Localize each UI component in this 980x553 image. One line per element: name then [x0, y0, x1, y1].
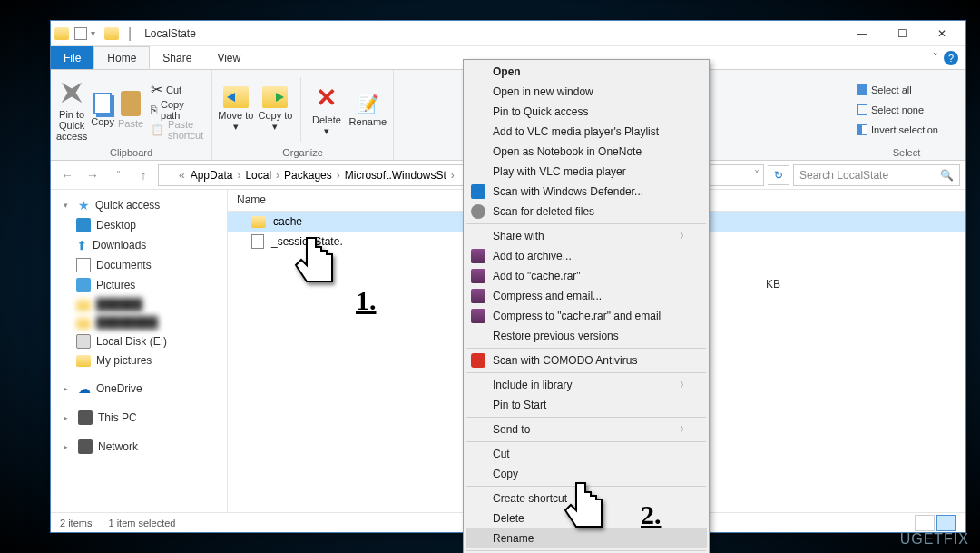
rar-icon — [471, 249, 485, 263]
up-button[interactable]: ↑ — [132, 164, 154, 186]
titlebar: ▾ | LocalState — ☐ ✕ — [51, 21, 965, 46]
ctx-compress-cache[interactable]: Compress to "cache.rar" and email — [466, 306, 707, 326]
folder-icon — [54, 27, 69, 40]
nav-blur-2[interactable]: ████████ — [51, 313, 227, 331]
group-organize: Organize — [218, 147, 387, 158]
file-icon — [251, 234, 264, 249]
ctx-add-archive[interactable]: Add to archive... — [466, 246, 707, 266]
nav-local-disk[interactable]: Local Disk (E:) — [51, 331, 227, 351]
maximize-button[interactable]: ☐ — [882, 21, 922, 46]
nav-blur-1[interactable]: ██████ — [51, 295, 227, 313]
nav-quick-access[interactable]: ▾★Quick access — [51, 195, 227, 215]
ctx-open[interactable]: Open — [466, 62, 707, 82]
tab-share[interactable]: Share — [150, 46, 204, 69]
move-icon — [223, 86, 249, 108]
qat-button[interactable] — [74, 27, 87, 40]
ctx-onenote[interactable]: Open as Notebook in OneNote — [466, 142, 707, 162]
paste-button[interactable]: Paste — [118, 74, 143, 145]
cut-icon: ✂ — [151, 81, 162, 98]
ctx-cut[interactable]: Cut — [466, 444, 707, 464]
size-label: KB — [766, 278, 780, 291]
back-button[interactable]: ← — [56, 164, 78, 186]
copy-to-button[interactable]: Copy to ▾ — [258, 74, 294, 145]
nav-downloads[interactable]: ⬇Downloads — [51, 235, 227, 255]
context-menu: Open Open in new window Pin to Quick acc… — [463, 59, 710, 553]
copy-button[interactable]: Copy — [91, 74, 114, 145]
network-icon — [78, 439, 93, 454]
group-clipboard: Clipboard — [56, 147, 206, 158]
nav-network[interactable]: ▸Network — [51, 437, 227, 457]
view-icons-button[interactable] — [936, 515, 956, 531]
annotation-1: 1. — [356, 285, 377, 316]
paste-icon — [121, 91, 141, 116]
ctx-share-with[interactable]: Share with〉 — [466, 226, 707, 246]
ctx-defender[interactable]: Scan with Windows Defender... — [466, 182, 707, 202]
copy-path-button[interactable]: ⎘Copy path — [147, 100, 207, 120]
selectall-icon — [857, 84, 867, 95]
invert-selection-button[interactable]: Invert selection — [853, 120, 960, 140]
ribbon-collapse[interactable]: ˅ — [933, 52, 938, 64]
downloads-icon: ⬇ — [76, 238, 87, 252]
ctx-send-to[interactable]: Send to〉 — [466, 420, 707, 439]
refresh-button[interactable]: ↻ — [768, 165, 789, 185]
cut-button[interactable]: ✂Cut — [147, 80, 207, 100]
delete-icon: ✕ — [316, 83, 337, 113]
tab-view[interactable]: View — [204, 46, 253, 69]
select-all-button[interactable]: Select all — [853, 80, 960, 100]
invert-icon — [857, 124, 867, 135]
annotation-2: 2. — [641, 499, 662, 530]
nav-pictures[interactable]: Pictures — [51, 275, 227, 295]
folder-icon — [76, 317, 91, 329]
nav-documents[interactable]: Documents — [51, 255, 227, 275]
paste-shortcut-button[interactable]: 📋Paste shortcut — [147, 120, 207, 140]
nav-pane[interactable]: ▾★Quick access Desktop ⬇Downloads Docume… — [51, 190, 228, 512]
ctx-shortcut[interactable]: Create shortcut — [466, 489, 707, 509]
tab-home[interactable]: Home — [93, 46, 150, 69]
shield-icon — [471, 184, 485, 199]
minimize-button[interactable]: — — [842, 21, 882, 46]
ctx-pin-quick[interactable]: Pin to Quick access — [466, 102, 707, 122]
ctx-delete[interactable]: Delete — [466, 509, 707, 528]
crumb-appdata[interactable]: AppData — [191, 169, 246, 182]
folder-icon — [251, 216, 266, 228]
scan-icon — [471, 204, 485, 219]
search-input[interactable]: Search LocalState 🔍 — [793, 164, 960, 186]
comodo-icon — [471, 353, 485, 368]
nav-desktop[interactable]: Desktop — [51, 215, 227, 235]
crumb-last[interactable]: Microsoft.WindowsSt — [345, 169, 459, 182]
ctx-rename[interactable]: Rename — [466, 528, 707, 548]
ctx-scan-deleted[interactable]: Scan for deleted files — [466, 202, 707, 222]
ctx-vlc-playlist[interactable]: Add to VLC media player's Playlist — [466, 122, 707, 142]
ctx-restore[interactable]: Restore previous versions — [466, 326, 707, 346]
tab-file[interactable]: File — [51, 46, 93, 69]
close-button[interactable]: ✕ — [922, 21, 962, 46]
crumb-packages[interactable]: Packages — [284, 169, 345, 182]
nav-my-pictures[interactable]: My pictures — [51, 351, 227, 370]
status-items: 2 items — [60, 518, 92, 528]
ctx-copy[interactable]: Copy — [466, 464, 707, 484]
move-to-button[interactable]: Move to ▾ — [218, 74, 254, 145]
history-button[interactable]: ˅ — [107, 164, 129, 186]
rename-button[interactable]: 📝 Rename — [348, 74, 387, 145]
help-icon[interactable]: ? — [944, 51, 958, 65]
pin-quick-button[interactable]: Pin to Quick access — [56, 74, 87, 145]
nav-this-pc[interactable]: ▸This PC — [51, 408, 227, 428]
forward-button[interactable]: → — [82, 164, 103, 186]
view-details-button[interactable] — [915, 515, 935, 531]
ctx-add-cache[interactable]: Add to "cache.rar" — [466, 266, 707, 286]
crumb-local[interactable]: Local — [245, 169, 284, 182]
select-none-button[interactable]: Select none — [853, 100, 960, 120]
disk-icon — [76, 334, 91, 349]
ctx-vlc-play[interactable]: Play with VLC media player — [466, 162, 707, 182]
delete-button[interactable]: ✕ Delete ▾ — [309, 74, 345, 145]
col-name[interactable]: Name — [228, 190, 491, 211]
ctx-include-lib[interactable]: Include in library〉 — [466, 375, 707, 395]
nav-onedrive[interactable]: ▸☁OneDrive — [51, 379, 227, 399]
ctx-new-window[interactable]: Open in new window — [466, 82, 707, 102]
group-select: Select — [853, 147, 960, 158]
ctx-pin-start[interactable]: Pin to Start — [466, 395, 707, 415]
ctx-comodo[interactable]: Scan with COMODO Antivirus — [466, 351, 707, 370]
ctx-compress-email[interactable]: Compress and email... — [466, 286, 707, 306]
rar-icon — [471, 289, 485, 303]
title-folder-icon — [104, 27, 119, 40]
